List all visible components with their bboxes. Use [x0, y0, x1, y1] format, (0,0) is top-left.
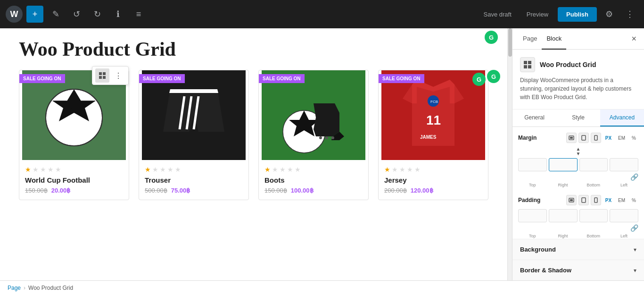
padding-desktop-btn[interactable]	[566, 195, 577, 205]
product-card-4[interactable]: SALE GOING ON 11 JAMES	[378, 70, 488, 200]
margin-tablet-btn[interactable]	[578, 133, 589, 143]
canvas-scroll-thumb[interactable]	[508, 28, 512, 57]
padding-mobile-btn[interactable]	[591, 195, 601, 205]
save-draft-button[interactable]: Save draft	[478, 8, 517, 21]
sub-tabs: General Style Advanced	[512, 110, 644, 127]
main-toolbar: W + ✎ ↺ ↻ ℹ ≡ Save draft Preview Publish…	[0, 0, 644, 28]
canvas-scrollbar[interactable]	[507, 28, 512, 280]
margin-bottom-input[interactable]	[579, 158, 608, 171]
svg-rect-26	[570, 137, 573, 139]
block-grid-view-button[interactable]	[95, 68, 109, 83]
padding-right-input[interactable]	[549, 209, 578, 222]
margin-mobile-btn[interactable]	[591, 133, 601, 143]
product-name-1: World Cup Football	[25, 176, 123, 184]
sale-badge-2: SALE GOING ON	[139, 74, 185, 83]
grammarly-icon-3: G	[485, 31, 498, 44]
block-info-header: Woo Product Grid	[520, 57, 636, 72]
list-view-button[interactable]: ≡	[130, 6, 147, 23]
breadcrumb-separator: ›	[24, 285, 25, 291]
margin-bottom-label: Bottom	[579, 183, 608, 187]
preview-button[interactable]: Preview	[521, 8, 554, 21]
wp-logo[interactable]: W	[6, 6, 23, 23]
background-header[interactable]: Background ▾	[512, 239, 644, 260]
tab-page[interactable]: Page	[518, 28, 542, 50]
breadcrumb-page[interactable]: Page	[8, 285, 21, 291]
panel-close-button[interactable]: ×	[629, 32, 638, 46]
main-area: Woo Product Grid ⋮ G	[0, 28, 644, 280]
padding-top-input[interactable]	[518, 209, 547, 222]
padding-bottom-wrapper	[579, 209, 608, 222]
padding-unit-px[interactable]: PX	[603, 197, 614, 204]
product-card-2[interactable]: SALE GOING ON	[139, 70, 249, 200]
product-info-1: ★ ★ ★ ★ ★ World Cup Football 150.00฿ 20.…	[19, 160, 129, 200]
padding-left-label: Left	[610, 234, 638, 238]
margin-left-wrapper	[610, 158, 638, 171]
block-name-label: Woo Product Grid	[540, 61, 596, 68]
margin-link-toggle[interactable]: 🔗	[630, 173, 638, 181]
sub-tab-advanced[interactable]: Advanced	[600, 110, 644, 126]
settings-button[interactable]: ⚙	[601, 6, 618, 23]
price-sale-1: 20.00฿	[51, 187, 71, 194]
svg-text:JAMES: JAMES	[420, 135, 437, 140]
margin-unit-pct[interactable]: %	[629, 135, 638, 142]
block-info: Woo Product Grid Display WooCommerce pro…	[512, 50, 644, 110]
canvas: Woo Product Grid ⋮ G	[0, 28, 507, 280]
background-section: Background ▾	[512, 239, 644, 260]
sub-tab-general[interactable]: General	[512, 110, 556, 126]
margin-right-input[interactable]	[549, 158, 578, 171]
product-card-3[interactable]: SALE GOING ON	[258, 70, 369, 200]
product-name-4: Jersey	[384, 176, 482, 184]
star-rating-1: ★ ★ ★ ★ ★	[25, 166, 123, 173]
block-description: Display WooCommerce products in a stunni…	[520, 76, 636, 101]
margin-top-wrapper	[518, 158, 547, 171]
sub-tab-style[interactable]: Style	[556, 110, 600, 126]
margin-section: Margin PX EM %	[518, 133, 638, 187]
margin-right-label: Right	[549, 183, 578, 187]
margin-bottom-wrapper	[579, 158, 608, 171]
product-price-2: 500.00฿ 75.00฿	[145, 187, 243, 194]
product-price-3: 150.00฿ 100.00฿	[264, 187, 363, 194]
padding-tablet-btn[interactable]	[578, 195, 589, 205]
product-name-3: Boots	[264, 176, 363, 184]
add-block-button[interactable]: +	[26, 6, 43, 23]
breadcrumb-bar: Page › Woo Product Grid	[0, 280, 644, 295]
product-card-1[interactable]: SALE GOING ON ★	[19, 70, 129, 200]
padding-unit-em[interactable]: EM	[616, 197, 627, 204]
margin-down-btn[interactable]: ▼	[576, 152, 581, 156]
undo-button[interactable]: ↺	[68, 6, 85, 23]
background-title: Background	[520, 246, 556, 253]
padding-controls: PX EM %	[566, 195, 638, 205]
page-title: Woo Product Grid	[19, 38, 488, 60]
padding-link-icon: 🔗	[518, 224, 638, 232]
star-rating-3: ★ ★ ★ ★ ★	[264, 166, 363, 173]
margin-unit-em[interactable]: EM	[616, 135, 627, 142]
block-more-button[interactable]: ⋮	[111, 68, 125, 83]
svg-rect-23	[524, 65, 527, 68]
edit-button[interactable]: ✎	[47, 6, 64, 23]
margin-top-input[interactable]	[518, 158, 547, 171]
padding-top-label: Top	[518, 234, 547, 238]
more-options-button[interactable]: ⋮	[621, 6, 638, 23]
tab-block[interactable]: Block	[542, 28, 566, 50]
margin-link-icon: 🔗	[518, 173, 638, 181]
padding-label: Padding	[518, 197, 540, 203]
border-shadow-header[interactable]: Border & Shadow ▾	[512, 260, 644, 280]
price-original-2: 500.00฿	[145, 187, 167, 194]
info-button[interactable]: ℹ	[109, 6, 126, 23]
margin-stepper: ▲ ▼	[518, 147, 638, 156]
svg-rect-2	[99, 76, 102, 79]
svg-rect-0	[99, 72, 102, 75]
svg-rect-1	[103, 72, 106, 75]
margin-unit-px[interactable]: PX	[603, 135, 614, 142]
padding-left-input[interactable]	[610, 209, 638, 222]
margin-left-input[interactable]	[610, 158, 638, 171]
padding-unit-pct[interactable]: %	[629, 197, 638, 204]
redo-button[interactable]: ↻	[89, 6, 106, 23]
publish-button[interactable]: Publish	[558, 7, 597, 22]
padding-bottom-input[interactable]	[579, 209, 608, 222]
margin-desktop-btn[interactable]	[566, 133, 577, 143]
block-icon	[520, 57, 535, 72]
price-original-3: 150.00฿	[264, 187, 287, 194]
margin-right-wrapper	[549, 158, 578, 171]
padding-link-toggle[interactable]: 🔗	[630, 224, 638, 232]
